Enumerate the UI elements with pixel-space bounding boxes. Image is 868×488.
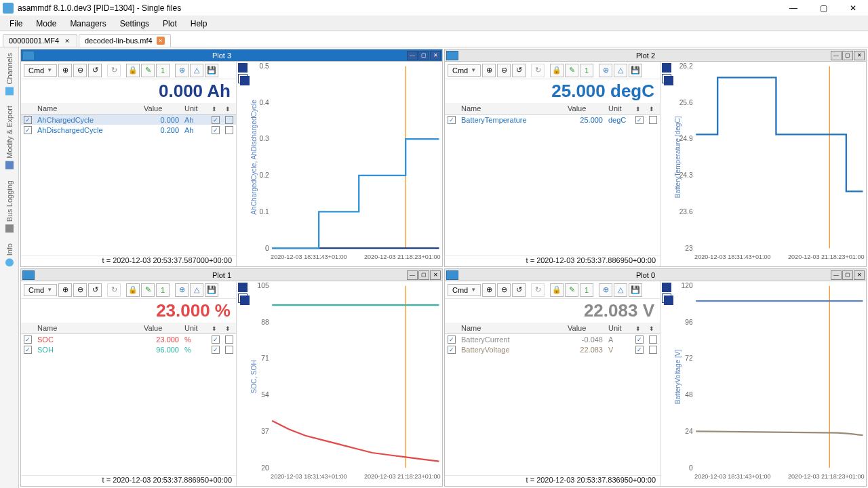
zoom-out-icon[interactable]: ⊖ <box>73 64 87 77</box>
checkbox-icon[interactable]: ✓ <box>448 336 456 344</box>
triangle-icon[interactable]: △ <box>190 283 203 297</box>
maximize-icon[interactable]: ▢ <box>418 270 429 280</box>
pencil-icon[interactable]: ✎ <box>565 64 578 77</box>
cmd-dropdown[interactable]: Cmd▼ <box>448 284 481 296</box>
sidebar-tab-modify[interactable]: Modify & Export <box>3 100 16 175</box>
checkbox-icon[interactable] <box>649 346 657 354</box>
sidebar-tab-bus[interactable]: Bus Logging <box>3 175 16 238</box>
maximize-icon[interactable]: ▢ <box>418 51 429 60</box>
close-icon[interactable]: ✕ <box>430 51 441 60</box>
checkbox-icon[interactable]: ✓ <box>212 116 220 124</box>
lock-icon[interactable]: 🔒 <box>550 64 564 77</box>
checkbox-icon[interactable] <box>225 346 233 354</box>
checkbox-icon[interactable] <box>649 336 657 344</box>
signal-row[interactable]: ✓ AhDischargedCycle 0.200 Ah ✓ <box>21 125 236 135</box>
sort-icon[interactable]: ⬍ <box>212 325 217 332</box>
checkbox-icon[interactable]: ✓ <box>24 336 32 344</box>
menu-managers[interactable]: Managers <box>63 18 113 30</box>
toggle-stack-icon[interactable] <box>238 283 248 292</box>
toggle-grid-icon[interactable] <box>238 74 248 83</box>
checkbox-icon[interactable]: ✓ <box>635 346 644 354</box>
save-icon[interactable]: 💾 <box>629 64 642 77</box>
sort-icon[interactable]: ⬍ <box>225 106 231 113</box>
menu-file[interactable]: File <box>3 18 29 30</box>
zoom-out-icon[interactable]: ⊖ <box>73 283 87 297</box>
menu-mode[interactable]: Mode <box>29 18 63 30</box>
lock-icon[interactable]: 🔒 <box>126 64 140 77</box>
save-icon[interactable]: 💾 <box>629 283 642 297</box>
maximize-button[interactable]: ▢ <box>808 0 838 16</box>
checkbox-icon[interactable]: ✓ <box>635 336 644 344</box>
menu-settings[interactable]: Settings <box>113 18 156 30</box>
minimize-button[interactable]: — <box>778 0 808 16</box>
target-icon[interactable]: ⊕ <box>599 283 612 297</box>
pane-titlebar[interactable]: Plot 2 — ▢ ✕ <box>445 49 866 62</box>
zoom-in-icon[interactable]: ⊕ <box>482 283 496 297</box>
checkbox-icon[interactable] <box>225 336 233 344</box>
target-icon[interactable]: ⊕ <box>599 64 612 77</box>
zoom-in-icon[interactable]: ⊕ <box>58 283 72 297</box>
sort-icon[interactable]: ⬍ <box>649 106 654 113</box>
signal-row[interactable]: ✓ AhChargedCycle 0.000 Ah ✓ <box>21 115 236 125</box>
checkbox-icon[interactable]: ✓ <box>212 126 220 134</box>
sort-icon[interactable]: ⬍ <box>212 106 217 113</box>
sort-icon[interactable]: ⬍ <box>635 106 641 113</box>
checkbox-icon[interactable] <box>649 116 657 124</box>
close-icon[interactable]: ✕ <box>854 270 865 280</box>
toggle-stack-icon[interactable] <box>662 283 671 292</box>
maximize-icon[interactable]: ▢ <box>842 51 853 60</box>
toggle-stack-icon[interactable] <box>662 63 671 73</box>
close-icon[interactable]: × <box>157 37 165 45</box>
menu-help[interactable]: Help <box>184 18 214 30</box>
zoom-in-icon[interactable]: ⊕ <box>482 64 496 77</box>
toggle-grid-icon[interactable] <box>238 293 248 303</box>
cmd-dropdown[interactable]: Cmd▼ <box>24 64 57 77</box>
sidebar-tab-channels[interactable]: Channels <box>3 47 16 100</box>
checkbox-icon[interactable]: ✓ <box>635 116 644 124</box>
target-icon[interactable]: ⊕ <box>175 283 189 297</box>
save-icon[interactable]: 💾 <box>205 64 218 77</box>
menu-plot[interactable]: Plot <box>156 18 184 30</box>
triangle-icon[interactable]: △ <box>190 64 203 77</box>
sort-icon[interactable]: ⬍ <box>649 325 654 332</box>
chart-canvas[interactable]: BatteryVoltage [V]0244872961202020-12-03… <box>673 281 866 486</box>
redo-icon[interactable]: ↻ <box>531 283 545 297</box>
chart-canvas[interactable]: AhChargedCycle, AhDischargedCycle00.10.2… <box>249 62 442 266</box>
toggle-grid-icon[interactable] <box>662 74 671 83</box>
zoom-in-icon[interactable]: ⊕ <box>58 64 72 77</box>
triangle-icon[interactable]: △ <box>614 64 627 77</box>
checkbox-icon[interactable]: ✓ <box>212 346 220 354</box>
pencil-icon[interactable]: ✎ <box>565 283 578 297</box>
undo-icon[interactable]: ↺ <box>512 64 526 77</box>
tab-file-1[interactable]: decoded-lin-bus.mf4 × <box>79 34 171 47</box>
redo-icon[interactable]: ↻ <box>107 283 121 297</box>
pencil-icon[interactable]: ✎ <box>141 283 155 297</box>
pane-titlebar[interactable]: Plot 3 — ▢ ✕ <box>21 49 442 62</box>
minimize-icon[interactable]: — <box>407 270 418 280</box>
maximize-icon[interactable]: ▢ <box>842 270 853 280</box>
signal-row[interactable]: ✓ SOH 96.000 % ✓ <box>21 344 236 354</box>
lock-icon[interactable]: 🔒 <box>550 283 564 297</box>
minimize-icon[interactable]: — <box>831 51 842 60</box>
pencil-icon[interactable]: ✎ <box>141 64 155 77</box>
signal-row[interactable]: ✓ BatteryVoltage 22.083 V ✓ <box>445 344 660 354</box>
checkbox-icon[interactable]: ✓ <box>448 116 456 124</box>
undo-icon[interactable]: ↺ <box>512 283 526 297</box>
zoom-out-icon[interactable]: ⊖ <box>497 64 511 77</box>
checkbox-icon[interactable]: ✓ <box>24 116 32 124</box>
close-icon[interactable]: ✕ <box>430 270 441 280</box>
cmd-dropdown[interactable]: Cmd▼ <box>448 64 481 77</box>
checkbox-icon[interactable]: ✓ <box>212 336 220 344</box>
minimize-icon[interactable]: — <box>407 51 418 60</box>
signal-row[interactable]: ✓ BatteryTemperature 25.000 degC ✓ <box>445 115 660 125</box>
toggle-stack-icon[interactable] <box>238 63 248 73</box>
checkbox-icon[interactable]: ✓ <box>448 346 456 354</box>
undo-icon[interactable]: ↺ <box>88 283 102 297</box>
sort-icon[interactable]: ⬍ <box>225 325 231 332</box>
one-icon[interactable]: 1 <box>156 283 170 297</box>
triangle-icon[interactable]: △ <box>614 283 627 297</box>
sort-icon[interactable]: ⬍ <box>635 325 641 332</box>
toggle-grid-icon[interactable] <box>662 293 671 303</box>
sidebar-tab-info[interactable]: Info <box>3 238 16 272</box>
checkbox-icon[interactable] <box>225 126 233 134</box>
